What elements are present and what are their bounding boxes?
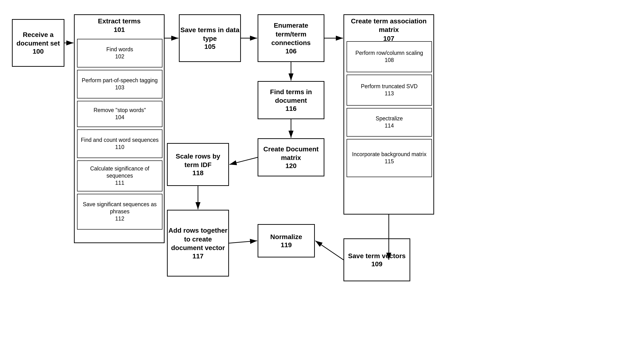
spectralize-num: 114 [385, 122, 394, 129]
truncated-svd-num: 113 [385, 90, 394, 97]
row-col-scaling-box: Perform row/column scaling 108 [346, 41, 432, 72]
save-phrases-box: Save significant sequences as phrases 11… [77, 194, 162, 230]
diagram: Receive a document set 100 Extract terms… [0, 0, 644, 354]
word-seq-label: Find and count word sequences [81, 137, 158, 144]
add-rows-box: Add rows together to create document vec… [167, 210, 229, 277]
term-assoc-title: Create term association matrix107 [344, 15, 434, 44]
find-words-num: 102 [115, 53, 124, 60]
stop-words-num: 104 [115, 114, 124, 121]
create-doc-matrix-box: Create Document matrix 120 [258, 138, 324, 176]
find-terms-doc-num: 116 [286, 105, 297, 112]
pos-tagging-label: Perform part-of-speech tagging [82, 77, 158, 84]
scale-rows-box: Scale rows by term IDF 118 [167, 143, 229, 186]
save-term-vectors-box: Save term vectors 109 [344, 238, 410, 281]
find-words-box: Find words 102 [77, 39, 162, 67]
row-col-scaling-label: Perform row/column scaling [356, 49, 423, 57]
spectralize-box: Spectralize 114 [346, 108, 432, 137]
enumerate-num: 106 [286, 47, 297, 55]
word-seq-num: 110 [115, 144, 124, 151]
calc-sig-num: 111 [115, 180, 124, 187]
receive-box: Receive a document set 100 [12, 19, 64, 67]
extract-title: Extract terms101 [75, 15, 164, 35]
add-rows-num: 117 [192, 253, 204, 260]
add-rows-label: Add rows together to create document vec… [168, 226, 228, 252]
enumerate-box: Enumerate term/term connections 106 [258, 14, 324, 62]
create-doc-matrix-label: Create Document matrix [258, 145, 324, 162]
calc-sig-label: Calculate significance of sequences [78, 165, 162, 180]
spectralize-label: Spectralize [376, 115, 403, 122]
receive-label: Receive a document set [13, 30, 64, 48]
stop-words-label: Remove "stop words" [94, 107, 146, 114]
term-assoc-container: Create term association matrix107 Perfor… [344, 14, 434, 215]
svg-line-10 [229, 241, 257, 243]
normalize-label: Normalize [270, 233, 302, 241]
calc-sig-box: Calculate significance of sequences 111 [77, 160, 162, 191]
incorporate-bg-num: 115 [385, 158, 394, 165]
normalize-num: 119 [281, 241, 292, 249]
find-words-label: Find words [106, 46, 133, 53]
truncated-svd-box: Perform truncated SVD 113 [346, 75, 432, 106]
stop-words-box: Remove "stop words" 104 [77, 101, 162, 127]
scale-rows-label: Scale rows by term IDF [168, 152, 228, 169]
save-terms-num: 105 [204, 43, 216, 50]
find-terms-doc-label: Find terms in document [258, 88, 324, 105]
find-terms-doc-box: Find terms in document 116 [258, 81, 324, 119]
truncated-svd-label: Perform truncated SVD [361, 83, 418, 90]
word-seq-box: Find and count word sequences 110 [77, 129, 162, 158]
save-term-vectors-label: Save term vectors [348, 252, 406, 260]
create-doc-matrix-num: 120 [286, 162, 297, 170]
extract-container: Extract terms101 Find words 102 Perform … [74, 14, 164, 243]
normalize-box: Normalize 119 [258, 224, 315, 258]
enumerate-label: Enumerate term/term connections [258, 21, 324, 47]
pos-tagging-box: Perform part-of-speech tagging 103 [77, 70, 162, 98]
incorporate-bg-box: Incorporate background matrix 115 [346, 139, 432, 177]
row-col-scaling-num: 108 [385, 57, 394, 64]
svg-line-8 [230, 157, 258, 164]
svg-line-11 [315, 241, 344, 260]
save-phrases-num: 112 [115, 215, 124, 222]
save-terms-label: Save terms in data type [180, 26, 240, 43]
pos-tagging-num: 103 [115, 84, 124, 91]
save-terms-box: Save terms in data type 105 [179, 14, 241, 62]
save-term-vectors-num: 109 [371, 260, 382, 268]
incorporate-bg-label: Incorporate background matrix [352, 151, 426, 158]
save-phrases-label: Save significant sequences as phrases [78, 201, 162, 215]
scale-rows-num: 118 [192, 169, 204, 177]
receive-num: 100 [33, 48, 44, 55]
